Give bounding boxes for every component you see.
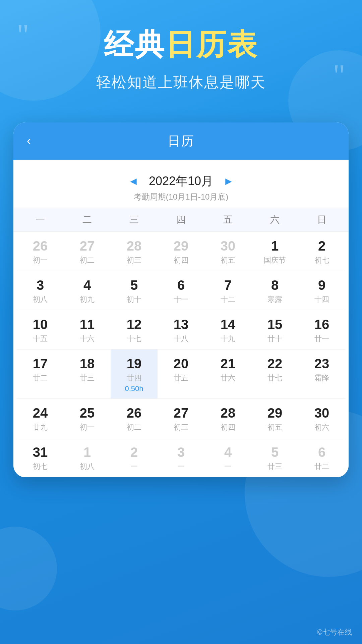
day-number: 20: [174, 356, 189, 372]
back-button[interactable]: ‹: [27, 134, 31, 148]
day-label: 初七: [314, 255, 329, 265]
day-number: 1: [83, 444, 91, 460]
day-label: 初七: [33, 462, 48, 472]
weekday-mon: 一: [17, 213, 64, 226]
calendar-day[interactable]: 18廿三: [64, 350, 111, 398]
day-number: 12: [127, 316, 142, 332]
calendar-week-5: 24廿九25初一26初二27初三28初四29初五30初六: [17, 399, 345, 438]
day-label: 国庆节: [264, 255, 286, 265]
day-number: 22: [267, 356, 283, 372]
calendar-day[interactable]: 2初七: [298, 232, 345, 271]
calendar-week-3: 10十五11十六12十七13十八14十九15廿十16廿一: [17, 310, 345, 350]
calendar-day[interactable]: 1国庆节: [251, 232, 298, 271]
day-number: 24: [33, 405, 48, 421]
calendar-day[interactable]: 4初九: [64, 271, 111, 310]
calendar-day[interactable]: 3一: [158, 438, 204, 477]
calendar-day[interactable]: 29初四: [158, 232, 204, 271]
calendar-day[interactable]: 15廿十: [251, 310, 298, 349]
calendar-day[interactable]: 25初一: [64, 399, 111, 438]
calendar-day[interactable]: 30初五: [204, 232, 251, 271]
calendar-day[interactable]: 5廿三: [251, 438, 298, 477]
day-extra-info: 0.50h: [125, 384, 143, 393]
calendar-title: 日历: [168, 132, 194, 150]
day-label: 廿七: [267, 373, 282, 383]
day-label: 十一: [174, 294, 188, 305]
calendar-day[interactable]: 20廿五: [158, 350, 204, 398]
day-label: 初五: [267, 422, 282, 432]
bg-decoration-4: [0, 527, 57, 610]
calendar-day[interactable]: 4一: [204, 438, 251, 477]
day-label: 廿六: [221, 373, 235, 383]
calendar-day[interactable]: 27初三: [158, 399, 204, 438]
calendar-day[interactable]: 16廿一: [298, 310, 345, 349]
calendar-day[interactable]: 13十八: [158, 310, 204, 349]
calendar-week-4: 17廿二18廿三19廿四0.50h20廿五21廿六22廿七23霜降: [17, 350, 345, 399]
calendar-day[interactable]: 22廿七: [251, 350, 298, 398]
calendar-day[interactable]: 29初五: [251, 399, 298, 438]
day-label: 廿二: [33, 373, 48, 383]
calendar-day[interactable]: 24廿九: [17, 399, 64, 438]
calendar-day[interactable]: 11十六: [64, 310, 111, 349]
calendar-grid: 26初一27初二28初三29初四30初五1国庆节2初七3初八4初九5初十6十一7…: [13, 232, 349, 477]
day-number: 29: [174, 238, 189, 254]
calendar-week-6: 31初七1初八2一3一4一5廿三6廿二: [17, 438, 345, 477]
calendar-day[interactable]: 26初二: [111, 399, 158, 438]
calendar-day[interactable]: 6十一: [158, 271, 204, 310]
calendar-day[interactable]: 21廿六: [204, 350, 251, 398]
calendar-day[interactable]: 31初七: [17, 438, 64, 477]
day-number: 28: [221, 405, 236, 421]
calendar-day[interactable]: 30初六: [298, 399, 345, 438]
calendar-day[interactable]: 1初八: [64, 438, 111, 477]
month-nav: ◄ 2022年10月 ►: [13, 166, 349, 192]
day-label: 初五: [221, 255, 235, 265]
calendar-day[interactable]: 28初三: [111, 232, 158, 271]
hero-title: 经典日历表: [20, 27, 342, 62]
calendar-day[interactable]: 6廿二: [298, 438, 345, 477]
day-number: 8: [271, 277, 279, 293]
day-label: 十五: [33, 334, 48, 344]
day-number: 9: [318, 277, 325, 293]
month-title: 2022年10月: [149, 173, 213, 190]
day-number: 28: [127, 238, 142, 254]
prev-month-button[interactable]: ◄: [128, 175, 139, 187]
day-label: 十二: [221, 294, 235, 305]
calendar-day[interactable]: 12十七: [111, 310, 158, 349]
day-number: 2: [130, 444, 138, 460]
calendar-day[interactable]: 23霜降: [298, 350, 345, 398]
day-number: 3: [37, 277, 44, 293]
calendar-day[interactable]: 26初一: [17, 232, 64, 271]
quote-left-icon: ": [17, 20, 29, 50]
calendar-day[interactable]: 9十四: [298, 271, 345, 310]
day-number: 30: [221, 238, 236, 254]
day-number: 23: [314, 356, 329, 372]
calendar-day[interactable]: 10十五: [17, 310, 64, 349]
next-month-button[interactable]: ►: [223, 175, 234, 187]
quote-right-icon: ": [333, 60, 345, 91]
day-number: 26: [33, 238, 48, 254]
calendar-day[interactable]: 2一: [111, 438, 158, 477]
calendar-day[interactable]: 19廿四0.50h: [111, 350, 158, 398]
calendar-day[interactable]: 14十九: [204, 310, 251, 349]
day-number: 15: [267, 316, 283, 332]
day-label: 一: [130, 462, 138, 472]
calendar-day[interactable]: 17廿二: [17, 350, 64, 398]
day-label: 廿一: [314, 334, 329, 344]
calendar-day[interactable]: 28初四: [204, 399, 251, 438]
calendar-day[interactable]: 7十二: [204, 271, 251, 310]
day-number: 6: [318, 444, 325, 460]
weekday-fri: 五: [204, 213, 251, 226]
day-label: 廿四: [127, 373, 141, 383]
calendar-week-1: 26初一27初二28初三29初四30初五1国庆节2初七: [17, 232, 345, 271]
calendar-day[interactable]: 27初二: [64, 232, 111, 271]
weekday-sat: 六: [251, 213, 298, 226]
day-label: 初三: [127, 255, 141, 265]
day-label: 十七: [127, 334, 141, 344]
day-label: 一: [177, 462, 185, 472]
day-label: 霜降: [314, 373, 329, 383]
day-number: 25: [80, 405, 95, 421]
calendar-day[interactable]: 5初十: [111, 271, 158, 310]
calendar-day[interactable]: 3初八: [17, 271, 64, 310]
day-label: 初九: [80, 294, 95, 305]
calendar-day[interactable]: 8寒露: [251, 271, 298, 310]
day-number: 5: [130, 277, 138, 293]
